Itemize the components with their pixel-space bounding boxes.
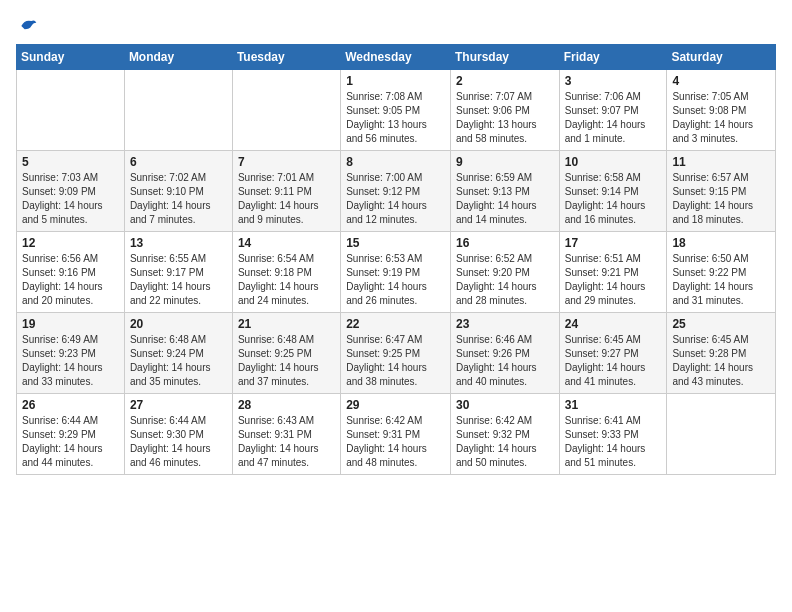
calendar-cell: 3Sunrise: 7:06 AM Sunset: 9:07 PM Daylig… — [559, 70, 667, 151]
calendar-week-row: 12Sunrise: 6:56 AM Sunset: 9:16 PM Dayli… — [17, 232, 776, 313]
day-info: Sunrise: 6:48 AM Sunset: 9:25 PM Dayligh… — [238, 333, 335, 389]
weekday-header-wednesday: Wednesday — [341, 45, 451, 70]
day-info: Sunrise: 7:03 AM Sunset: 9:09 PM Dayligh… — [22, 171, 119, 227]
calendar-cell: 4Sunrise: 7:05 AM Sunset: 9:08 PM Daylig… — [667, 70, 776, 151]
calendar-cell: 16Sunrise: 6:52 AM Sunset: 9:20 PM Dayli… — [450, 232, 559, 313]
day-number: 24 — [565, 317, 662, 331]
calendar-cell: 22Sunrise: 6:47 AM Sunset: 9:25 PM Dayli… — [341, 313, 451, 394]
day-info: Sunrise: 7:06 AM Sunset: 9:07 PM Dayligh… — [565, 90, 662, 146]
calendar-cell: 23Sunrise: 6:46 AM Sunset: 9:26 PM Dayli… — [450, 313, 559, 394]
calendar-cell: 8Sunrise: 7:00 AM Sunset: 9:12 PM Daylig… — [341, 151, 451, 232]
calendar-cell: 5Sunrise: 7:03 AM Sunset: 9:09 PM Daylig… — [17, 151, 125, 232]
calendar-cell: 10Sunrise: 6:58 AM Sunset: 9:14 PM Dayli… — [559, 151, 667, 232]
weekday-header-row: SundayMondayTuesdayWednesdayThursdayFrid… — [17, 45, 776, 70]
weekday-header-friday: Friday — [559, 45, 667, 70]
day-number: 28 — [238, 398, 335, 412]
calendar-cell: 25Sunrise: 6:45 AM Sunset: 9:28 PM Dayli… — [667, 313, 776, 394]
calendar-cell: 26Sunrise: 6:44 AM Sunset: 9:29 PM Dayli… — [17, 394, 125, 475]
day-number: 30 — [456, 398, 554, 412]
calendar-cell: 2Sunrise: 7:07 AM Sunset: 9:06 PM Daylig… — [450, 70, 559, 151]
calendar-cell: 19Sunrise: 6:49 AM Sunset: 9:23 PM Dayli… — [17, 313, 125, 394]
day-info: Sunrise: 6:43 AM Sunset: 9:31 PM Dayligh… — [238, 414, 335, 470]
logo-bird-icon — [18, 16, 38, 36]
weekday-header-thursday: Thursday — [450, 45, 559, 70]
weekday-header-saturday: Saturday — [667, 45, 776, 70]
calendar-cell: 1Sunrise: 7:08 AM Sunset: 9:05 PM Daylig… — [341, 70, 451, 151]
day-info: Sunrise: 6:57 AM Sunset: 9:15 PM Dayligh… — [672, 171, 770, 227]
logo — [16, 16, 38, 36]
calendar-cell: 30Sunrise: 6:42 AM Sunset: 9:32 PM Dayli… — [450, 394, 559, 475]
calendar-cell: 28Sunrise: 6:43 AM Sunset: 9:31 PM Dayli… — [232, 394, 340, 475]
day-info: Sunrise: 6:51 AM Sunset: 9:21 PM Dayligh… — [565, 252, 662, 308]
day-number: 29 — [346, 398, 445, 412]
day-info: Sunrise: 6:54 AM Sunset: 9:18 PM Dayligh… — [238, 252, 335, 308]
day-info: Sunrise: 6:46 AM Sunset: 9:26 PM Dayligh… — [456, 333, 554, 389]
day-number: 17 — [565, 236, 662, 250]
calendar-table: SundayMondayTuesdayWednesdayThursdayFrid… — [16, 44, 776, 475]
day-info: Sunrise: 7:01 AM Sunset: 9:11 PM Dayligh… — [238, 171, 335, 227]
day-info: Sunrise: 7:05 AM Sunset: 9:08 PM Dayligh… — [672, 90, 770, 146]
day-info: Sunrise: 6:52 AM Sunset: 9:20 PM Dayligh… — [456, 252, 554, 308]
day-number: 27 — [130, 398, 227, 412]
calendar-cell: 7Sunrise: 7:01 AM Sunset: 9:11 PM Daylig… — [232, 151, 340, 232]
day-number: 12 — [22, 236, 119, 250]
day-number: 5 — [22, 155, 119, 169]
day-info: Sunrise: 6:42 AM Sunset: 9:32 PM Dayligh… — [456, 414, 554, 470]
weekday-header-sunday: Sunday — [17, 45, 125, 70]
day-number: 19 — [22, 317, 119, 331]
day-number: 6 — [130, 155, 227, 169]
day-number: 4 — [672, 74, 770, 88]
day-number: 31 — [565, 398, 662, 412]
day-number: 21 — [238, 317, 335, 331]
weekday-header-tuesday: Tuesday — [232, 45, 340, 70]
day-info: Sunrise: 7:08 AM Sunset: 9:05 PM Dayligh… — [346, 90, 445, 146]
calendar-cell — [17, 70, 125, 151]
day-info: Sunrise: 6:47 AM Sunset: 9:25 PM Dayligh… — [346, 333, 445, 389]
calendar-cell: 29Sunrise: 6:42 AM Sunset: 9:31 PM Dayli… — [341, 394, 451, 475]
day-info: Sunrise: 7:07 AM Sunset: 9:06 PM Dayligh… — [456, 90, 554, 146]
day-info: Sunrise: 6:55 AM Sunset: 9:17 PM Dayligh… — [130, 252, 227, 308]
day-number: 9 — [456, 155, 554, 169]
day-info: Sunrise: 6:44 AM Sunset: 9:30 PM Dayligh… — [130, 414, 227, 470]
calendar-cell — [232, 70, 340, 151]
day-number: 11 — [672, 155, 770, 169]
calendar-cell: 27Sunrise: 6:44 AM Sunset: 9:30 PM Dayli… — [124, 394, 232, 475]
calendar-week-row: 5Sunrise: 7:03 AM Sunset: 9:09 PM Daylig… — [17, 151, 776, 232]
day-info: Sunrise: 6:56 AM Sunset: 9:16 PM Dayligh… — [22, 252, 119, 308]
day-number: 1 — [346, 74, 445, 88]
day-info: Sunrise: 6:42 AM Sunset: 9:31 PM Dayligh… — [346, 414, 445, 470]
calendar-cell: 6Sunrise: 7:02 AM Sunset: 9:10 PM Daylig… — [124, 151, 232, 232]
calendar-cell: 18Sunrise: 6:50 AM Sunset: 9:22 PM Dayli… — [667, 232, 776, 313]
calendar-week-row: 1Sunrise: 7:08 AM Sunset: 9:05 PM Daylig… — [17, 70, 776, 151]
calendar-week-row: 26Sunrise: 6:44 AM Sunset: 9:29 PM Dayli… — [17, 394, 776, 475]
day-info: Sunrise: 6:59 AM Sunset: 9:13 PM Dayligh… — [456, 171, 554, 227]
day-number: 26 — [22, 398, 119, 412]
day-number: 10 — [565, 155, 662, 169]
day-info: Sunrise: 6:44 AM Sunset: 9:29 PM Dayligh… — [22, 414, 119, 470]
page-header — [16, 16, 776, 36]
weekday-header-monday: Monday — [124, 45, 232, 70]
calendar-cell: 14Sunrise: 6:54 AM Sunset: 9:18 PM Dayli… — [232, 232, 340, 313]
day-info: Sunrise: 6:45 AM Sunset: 9:27 PM Dayligh… — [565, 333, 662, 389]
day-number: 3 — [565, 74, 662, 88]
calendar-cell: 11Sunrise: 6:57 AM Sunset: 9:15 PM Dayli… — [667, 151, 776, 232]
day-info: Sunrise: 7:02 AM Sunset: 9:10 PM Dayligh… — [130, 171, 227, 227]
day-info: Sunrise: 6:53 AM Sunset: 9:19 PM Dayligh… — [346, 252, 445, 308]
day-number: 22 — [346, 317, 445, 331]
day-number: 8 — [346, 155, 445, 169]
calendar-week-row: 19Sunrise: 6:49 AM Sunset: 9:23 PM Dayli… — [17, 313, 776, 394]
day-number: 18 — [672, 236, 770, 250]
day-number: 13 — [130, 236, 227, 250]
calendar-cell: 20Sunrise: 6:48 AM Sunset: 9:24 PM Dayli… — [124, 313, 232, 394]
day-number: 20 — [130, 317, 227, 331]
day-number: 2 — [456, 74, 554, 88]
day-number: 16 — [456, 236, 554, 250]
day-info: Sunrise: 7:00 AM Sunset: 9:12 PM Dayligh… — [346, 171, 445, 227]
calendar-cell: 13Sunrise: 6:55 AM Sunset: 9:17 PM Dayli… — [124, 232, 232, 313]
calendar-cell — [124, 70, 232, 151]
day-number: 14 — [238, 236, 335, 250]
calendar-cell: 17Sunrise: 6:51 AM Sunset: 9:21 PM Dayli… — [559, 232, 667, 313]
calendar-cell: 15Sunrise: 6:53 AM Sunset: 9:19 PM Dayli… — [341, 232, 451, 313]
day-info: Sunrise: 6:49 AM Sunset: 9:23 PM Dayligh… — [22, 333, 119, 389]
calendar-cell: 31Sunrise: 6:41 AM Sunset: 9:33 PM Dayli… — [559, 394, 667, 475]
